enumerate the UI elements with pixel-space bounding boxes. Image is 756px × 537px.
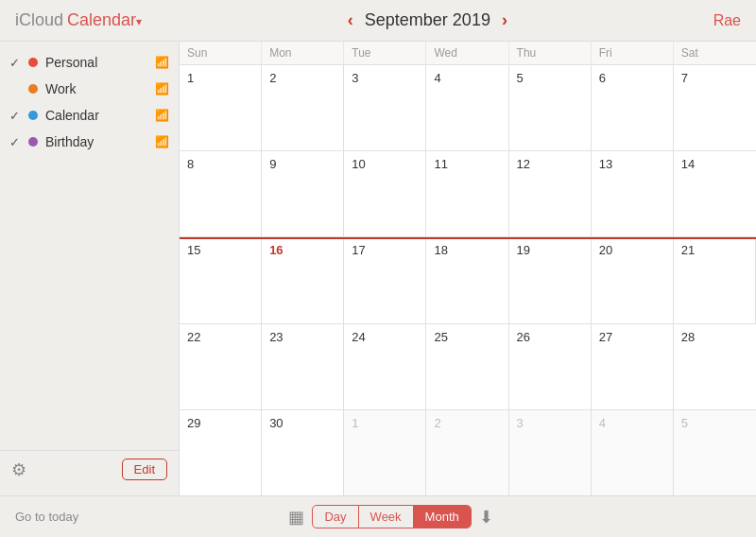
day-cell[interactable]: 25 (426, 324, 508, 409)
calendar-dot (28, 58, 38, 67)
day-cell[interactable]: 4 (592, 410, 674, 495)
day-cell[interactable]: 6 (592, 65, 674, 150)
sidebar-item-personal[interactable]: ✓Personal📶 (0, 49, 179, 76)
week-row-1: 1234567 (180, 65, 756, 151)
day-header-wed: Wed (426, 42, 508, 64)
day-number: 2 (434, 416, 440, 430)
view-week-button[interactable]: Week (359, 506, 414, 528)
day-cell[interactable]: 29 (180, 410, 262, 495)
day-cell[interactable]: 30 (262, 410, 344, 495)
day-number: 8 (187, 157, 194, 171)
edit-button[interactable]: Edit (122, 459, 167, 480)
day-cell[interactable]: 24 (344, 324, 426, 409)
day-cell[interactable]: 22 (180, 324, 262, 409)
icloud-label: iCloud (15, 10, 63, 30)
day-cell[interactable]: 3 (509, 410, 592, 495)
day-header-thu: Thu (509, 42, 592, 64)
day-number: 29 (187, 416, 200, 430)
day-cell[interactable]: 13 (592, 151, 674, 236)
day-number: 24 (352, 330, 365, 344)
day-cell[interactable]: 10 (344, 151, 426, 236)
day-cell[interactable]: 7 (674, 65, 756, 150)
day-number: 13 (599, 157, 612, 171)
day-number: 17 (352, 243, 365, 257)
day-number: 4 (434, 71, 440, 85)
day-number: 28 (681, 330, 695, 344)
day-number: 22 (187, 330, 200, 344)
day-cell[interactable]: 9 (262, 151, 344, 236)
day-cell[interactable]: 2 (426, 410, 508, 495)
day-number: 27 (599, 330, 612, 344)
next-month-button[interactable]: › (502, 10, 507, 30)
day-cell[interactable]: 2 (262, 65, 344, 150)
checkmark-icon: ✓ (9, 135, 25, 149)
day-number: 3 (517, 416, 524, 430)
day-cell[interactable]: 16 (262, 237, 344, 322)
day-cell[interactable]: 26 (509, 324, 592, 409)
day-cell[interactable]: 11 (426, 151, 508, 236)
day-cell[interactable]: 28 (674, 324, 756, 409)
sidebar-item-calendar[interactable]: ✓Calendar📶 (0, 102, 179, 129)
day-cell[interactable]: 27 (592, 324, 674, 409)
sidebar-item-birthday[interactable]: ✓Birthday📶 (0, 129, 179, 155)
main-content: ✓Personal📶Work📶✓Calendar📶✓Birthday📶 ⚙ Ed… (0, 42, 756, 495)
sidebar: ✓Personal📶Work📶✓Calendar📶✓Birthday📶 ⚙ Ed… (0, 42, 180, 495)
day-cell[interactable]: 20 (592, 237, 674, 322)
share-icon[interactable]: 📶 (155, 82, 169, 95)
day-number: 6 (599, 71, 606, 85)
week-row-5: 293012345 (180, 410, 756, 495)
view-day-button[interactable]: Day (313, 506, 358, 528)
day-cell[interactable]: 19 (509, 237, 592, 322)
share-icon[interactable]: 📶 (155, 135, 169, 148)
day-number: 16 (269, 243, 283, 257)
share-icon[interactable]: 📶 (155, 56, 169, 69)
week-row-2: 891011121314 (180, 151, 756, 237)
day-cell[interactable]: 5 (509, 65, 592, 150)
day-cell[interactable]: 12 (509, 151, 592, 236)
month-title: September 2019 (365, 10, 490, 30)
day-number: 21 (681, 243, 695, 257)
today-row-line (180, 237, 756, 239)
day-cell[interactable]: 15 (180, 237, 262, 322)
day-header-sun: Sun (180, 42, 262, 64)
day-cell[interactable]: 23 (262, 324, 344, 409)
day-number: 2 (269, 71, 276, 85)
day-cell[interactable]: 1 (180, 65, 262, 150)
day-cell[interactable]: 5 (674, 410, 756, 495)
checkmark-icon: ✓ (9, 56, 25, 70)
day-number: 1 (187, 71, 194, 85)
day-cell[interactable]: 8 (180, 151, 262, 236)
settings-button[interactable]: ⚙ (11, 459, 26, 480)
day-number: 4 (599, 416, 606, 430)
day-number: 7 (681, 71, 688, 85)
day-number: 23 (269, 330, 283, 344)
day-number: 1 (352, 416, 358, 430)
view-month-button[interactable]: Month (414, 506, 471, 528)
user-label[interactable]: Rae (713, 12, 741, 29)
day-header-mon: Mon (262, 42, 344, 64)
share-icon[interactable]: 📶 (155, 109, 169, 122)
app-title: iCloud Calendar▾ (15, 10, 142, 30)
prev-month-button[interactable]: ‹ (348, 10, 353, 30)
download-icon[interactable]: ⬇ (479, 507, 493, 528)
day-number: 15 (187, 243, 200, 257)
calendar-dot (28, 84, 38, 94)
day-cell[interactable]: 14 (674, 151, 756, 236)
day-cell[interactable]: 4 (426, 65, 508, 150)
sidebar-footer: ⚙ Edit (0, 450, 179, 488)
weeks-container: 1234567891011121314151617181920212223242… (180, 65, 756, 495)
week-row-3: 15161718192021 (180, 237, 756, 323)
day-cell[interactable]: 18 (426, 237, 508, 322)
day-number: 26 (517, 330, 530, 344)
day-cell[interactable]: 17 (344, 237, 426, 322)
week-row-4: 22232425262728 (180, 324, 756, 410)
go-to-today[interactable]: Go to today (15, 510, 78, 524)
day-headers-row: SunMonTueWedThuFriSat (180, 42, 756, 65)
sidebar-item-work[interactable]: Work📶 (0, 76, 179, 102)
day-number: 19 (517, 243, 530, 257)
day-cell[interactable]: 3 (344, 65, 426, 150)
calendar-label: Calendar▾ (67, 10, 142, 30)
day-cell[interactable]: 21 (674, 237, 756, 322)
view-controls: ▦ DayWeekMonth ⬇ (288, 505, 492, 528)
day-cell[interactable]: 1 (344, 410, 426, 495)
